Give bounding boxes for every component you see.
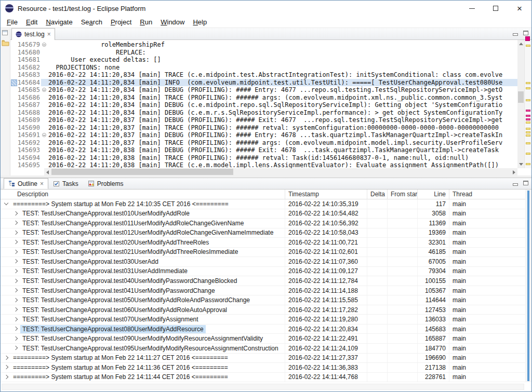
column-header-from-start[interactable]: From start [388, 190, 418, 199]
overview-marker-pink[interactable] [526, 110, 530, 112]
log-line[interactable]: 145679 roleMembershipRef [10, 41, 517, 49]
expand-chevron-icon[interactable] [14, 250, 18, 254]
log-line[interactable]: 1456862016-02-22 14:11:20,834 [main] TRA… [10, 94, 517, 102]
overview-marker-yellow[interactable] [526, 142, 530, 144]
expand-chevron-icon[interactable] [14, 346, 18, 350]
tab-outline[interactable]: Outline × [4, 178, 48, 189]
log-text[interactable]: 2016-02-22 14:11:20,837 [main] TRACE (PR… [48, 139, 517, 147]
log-text[interactable]: 2016-02-22 14:11:20,834 [main] TRACE (PR… [48, 94, 517, 102]
log-line[interactable]: 1456872016-02-22 14:11:20,834 [main] DEB… [10, 101, 517, 109]
expand-chevron-icon[interactable] [14, 221, 18, 225]
log-text[interactable]: 2016-02-22 14:11:20,838 [main] TRACE (PR… [48, 154, 517, 162]
log-text[interactable]: PROJECTIONS: none [48, 64, 517, 72]
log-text[interactable]: 2016-02-22 14:11:20,834 [main] DEBUG (PR… [48, 86, 517, 94]
table-row[interactable]: =========> System startup at Mon Feb 22 … [1, 199, 525, 209]
expand-chevron-icon[interactable] [4, 201, 8, 205]
log-text[interactable]: 2016-02-22 14:11:20,838 [main] DEBUG (PR… [48, 146, 517, 154]
log-line[interactable]: 1456902016-02-22 14:11:20,837 [main] TRA… [10, 124, 517, 132]
outline-vertical-scroll-thumb[interactable] [527, 191, 529, 381]
overview-marker-yellow[interactable] [526, 45, 530, 47]
column-header-thread[interactable]: Thread [449, 190, 525, 199]
menu-navigate[interactable]: Navigate [42, 17, 76, 28]
log-text[interactable]: 2016-02-22 14:11:20,838 [main] TRACE (c.… [48, 161, 517, 168]
outline-horizontal-scrollbar[interactable] [2, 384, 524, 390]
menu-file[interactable]: File [3, 17, 22, 28]
overview-marker-yellow[interactable] [526, 163, 530, 165]
fold-collapse-icon[interactable] [41, 41, 48, 49]
maximize-button[interactable] [484, 1, 508, 16]
overview-marker-pink[interactable] [526, 118, 530, 120]
menu-project[interactable]: Project [107, 17, 136, 28]
outline-vertical-scrollbar[interactable] [525, 190, 531, 382]
table-row[interactable]: TEST: TestUserChangeApproval.test050User… [1, 295, 525, 305]
log-text[interactable]: 2016-02-22 14:11:20,834 [main] DEBUG (c.… [48, 109, 517, 117]
horizontal-scroll-thumb[interactable] [51, 169, 233, 175]
log-line[interactable]: 1456882016-02-22 14:11:20,834 [main] DEB… [10, 109, 517, 117]
column-header-delta[interactable]: Delta [367, 190, 388, 199]
table-row[interactable]: TEST: TestUserChangeApproval.test060User… [1, 305, 525, 315]
menu-edit[interactable]: Edit [22, 17, 42, 28]
table-row[interactable]: TEST: TestUserChangeApproval.test090User… [1, 334, 525, 344]
overview-marker-yellow[interactable] [526, 87, 530, 89]
table-row[interactable]: TEST: TestUserChangeApproval.test040User… [1, 276, 525, 286]
log-line[interactable]: 1456852016-02-22 14:11:20,834 [main] DEB… [10, 86, 517, 94]
expand-chevron-icon[interactable] [4, 356, 8, 360]
overview-marker-yellow[interactable] [526, 128, 530, 130]
scroll-down-icon[interactable] [519, 163, 523, 166]
table-row[interactable]: TEST: TestUserChangeApproval.test021User… [1, 248, 525, 258]
expand-chevron-icon[interactable] [4, 365, 8, 369]
scroll-up-icon[interactable] [519, 43, 523, 45]
log-line[interactable]: 1456952016-02-22 14:11:20,838 [main] TRA… [10, 161, 517, 168]
restore-view-icon[interactable] [2, 30, 8, 35]
overview-marker-yellow[interactable] [526, 134, 530, 137]
column-header-timestamp[interactable]: Timestamp [285, 190, 367, 199]
log-text[interactable]: 2016-02-22 14:11:20,834 [main] INFO (com… [48, 79, 517, 87]
editor-horizontal-scrollbar[interactable] [44, 168, 517, 175]
fold-collapse-icon[interactable] [41, 131, 48, 139]
table-row[interactable]: =========> System startup at Mon Feb 22 … [1, 363, 525, 373]
log-text[interactable]: 2016-02-22 14:11:20,837 [main] DEBUG (PR… [48, 131, 517, 139]
expand-chevron-icon[interactable] [4, 375, 8, 379]
table-row[interactable]: TEST: TestUserChangeApproval.test080User… [1, 325, 525, 334]
overview-marker-yellow[interactable] [526, 131, 530, 133]
tab-tasks[interactable]: Tasks [48, 178, 83, 189]
log-text[interactable]: 2016-02-22 14:11:20,834 [main] DEBUG (c.… [48, 101, 517, 109]
table-row[interactable]: TEST: TestUserChangeApproval.test041User… [1, 286, 525, 296]
expand-chevron-icon[interactable] [14, 288, 18, 292]
scroll-right-icon[interactable] [513, 170, 515, 174]
expand-chevron-icon[interactable] [14, 240, 18, 244]
folder-icon[interactable] [2, 39, 9, 46]
table-row[interactable]: TEST: TestUserChangeApproval.test020User… [1, 238, 525, 248]
table-row[interactable]: TEST: TestUserChangeApproval.test011User… [1, 219, 525, 228]
column-header-line[interactable]: Line [418, 190, 449, 199]
log-line[interactable]: 145681 User executed deltas: [] [10, 56, 517, 64]
log-line[interactable]: 1456942016-02-22 14:11:20,838 [main] TRA… [10, 154, 517, 162]
expand-chevron-icon[interactable] [14, 336, 18, 340]
editor-vertical-scrollbar[interactable] [517, 40, 524, 168]
overview-marker-yellow[interactable] [526, 121, 530, 124]
expand-chevron-icon[interactable] [14, 327, 18, 331]
table-row[interactable]: TEST: TestUserChangeApproval.test070User… [1, 315, 525, 325]
minimize-button[interactable] [460, 1, 484, 16]
column-header-description[interactable]: Description [1, 190, 285, 199]
expand-chevron-icon[interactable] [14, 317, 18, 321]
expand-chevron-icon[interactable] [14, 259, 18, 263]
menu-window[interactable]: Window [156, 17, 189, 28]
table-row[interactable]: TEST: TestUserChangeApproval.test095User… [1, 344, 525, 354]
minimize-pane-icon[interactable] [513, 31, 518, 35]
tab-close-icon[interactable]: × [40, 181, 44, 187]
overview-marker-yellow[interactable] [526, 153, 530, 155]
tab-problems[interactable]: Problems [83, 178, 128, 189]
log-line[interactable]: 1456932016-02-22 14:11:20,838 [main] DEB… [10, 146, 517, 154]
minimize-pane-icon[interactable] [513, 181, 518, 185]
expand-chevron-icon[interactable] [14, 231, 18, 235]
expand-chevron-icon[interactable] [14, 211, 18, 215]
expand-chevron-icon[interactable] [14, 307, 18, 312]
log-text[interactable]: 2016-02-22 14:11:20,837 [main] DEBUG (PR… [48, 116, 517, 124]
overview-marker-yellow[interactable] [526, 99, 530, 101]
log-line[interactable]: 1456832016-02-22 14:11:20,834 [main] TRA… [10, 71, 517, 79]
table-row[interactable]: =========> System startup at Mon Feb 22 … [1, 373, 525, 383]
log-text[interactable]: roleMembershipRef [48, 41, 517, 49]
overview-marker-yellow[interactable] [526, 82, 530, 84]
menu-search[interactable]: Search [77, 17, 107, 28]
